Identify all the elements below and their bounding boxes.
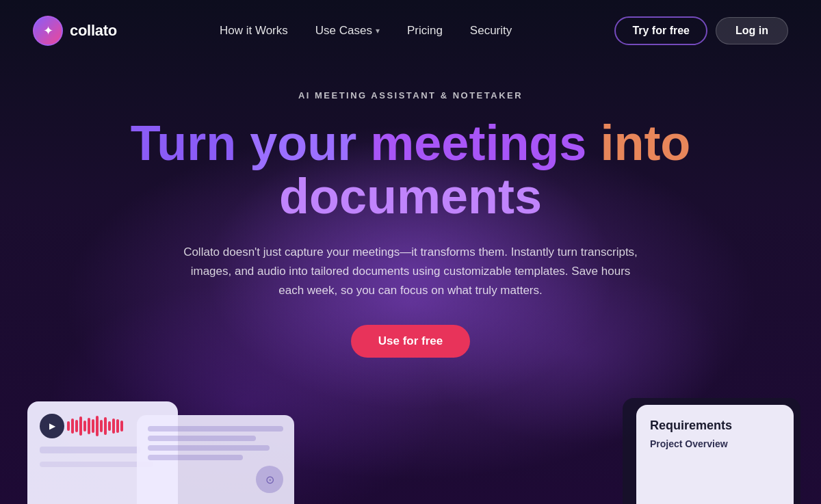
hero-section: AI Meeting Assistant & Notetaker Turn yo… [0,62,821,358]
hero-subtitle: Collato doesn't just capture your meetin… [178,243,643,300]
hero-title: Turn your meetings into documents [103,117,718,224]
nav-item-use-cases[interactable]: Use Cases ▾ [315,24,380,38]
nav-item-pricing[interactable]: Pricing [407,24,443,38]
doc-line [148,445,270,451]
hero-title-word-turn: Turn [131,116,250,170]
hero-badge: AI Meeting Assistant & Notetaker [298,90,523,101]
wave-bar [92,419,94,433]
document-card: ⊙ [137,415,294,504]
hero-title-word-into: into [600,116,690,170]
nav-item-how-it-works[interactable]: How it Works [220,24,288,38]
doc-line [148,426,283,432]
wave-bar [71,419,74,434]
wave-bar [83,421,86,432]
log-in-button[interactable]: Log in [716,17,788,44]
doc-line [148,455,243,460]
use-for-free-button[interactable]: Use for free [351,325,470,358]
nav-actions: Try for free Log in [614,16,788,45]
navbar: ✦ collato How it Works Use Cases ▾ Prici… [0,0,821,62]
audio-subtitle-line [40,462,153,467]
hero-title-word-meetings: meetings [370,116,600,170]
cards-area: ▶ [0,398,821,504]
requirements-card: Requirements Project Overview [636,405,794,504]
logo-icon: ✦ [33,16,63,46]
wave-bar [108,421,111,431]
requirements-title: Requirements [650,419,780,433]
try-for-free-button[interactable]: Try for free [614,16,707,45]
chevron-down-icon: ▾ [376,26,380,36]
logo-link[interactable]: ✦ collato [33,16,117,46]
play-button[interactable]: ▶ [40,414,64,438]
wave-bar [67,421,70,431]
wave-bar [116,419,119,433]
wave-bar [112,419,115,434]
requirements-subtitle: Project Overview [650,438,780,449]
nav-item-security[interactable]: Security [470,24,512,38]
doc-icon: ⊙ [256,466,283,493]
wave-bar [100,420,103,432]
wave-bar [88,418,90,434]
wave-bar [75,420,78,432]
audio-progress-bar [40,447,140,453]
wave-bar [79,416,82,436]
nav-links: How it Works Use Cases ▾ Pricing Securit… [220,24,512,38]
doc-line [148,436,256,441]
wave-bar [104,417,107,435]
wave-bar [96,416,99,436]
hero-title-word-documents: documents [279,169,542,224]
doc-lines [148,426,283,460]
logo-text: collato [70,22,117,40]
hero-title-word-your: your [250,116,370,170]
wave-bar [120,421,123,432]
